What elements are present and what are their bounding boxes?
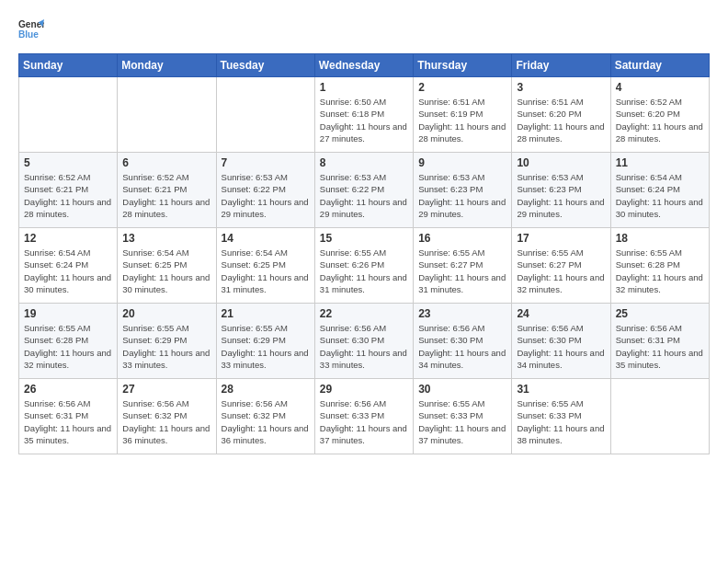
day-info: Sunrise: 6:54 AM Sunset: 6:25 PM Dayligh… <box>122 247 210 295</box>
day-info: Sunrise: 6:55 AM Sunset: 6:29 PM Dayligh… <box>222 322 310 371</box>
day-number: 4 <box>616 81 704 94</box>
day-number: 21 <box>222 307 310 320</box>
calendar-cell: 21Sunrise: 6:55 AM Sunset: 6:29 PM Dayli… <box>216 304 314 379</box>
day-info: Sunrise: 6:52 AM Sunset: 6:21 PM Dayligh… <box>24 171 112 220</box>
calendar-cell <box>118 77 216 153</box>
calendar-cell: 8Sunrise: 6:53 AM Sunset: 6:22 PM Daylig… <box>314 153 413 228</box>
day-info: Sunrise: 6:55 AM Sunset: 6:27 PM Dayligh… <box>517 247 605 295</box>
calendar-cell: 16Sunrise: 6:55 AM Sunset: 6:27 PM Dayli… <box>414 228 512 304</box>
day-info: Sunrise: 6:56 AM Sunset: 6:30 PM Dayligh… <box>517 322 605 371</box>
day-info: Sunrise: 6:56 AM Sunset: 6:32 PM Dayligh… <box>122 397 210 446</box>
day-number: 7 <box>222 156 310 169</box>
weekday-monday: Monday <box>118 54 216 77</box>
calendar-cell <box>216 77 314 153</box>
day-info: Sunrise: 6:52 AM Sunset: 6:20 PM Dayligh… <box>616 96 704 144</box>
day-info: Sunrise: 6:53 AM Sunset: 6:23 PM Dayligh… <box>418 171 506 220</box>
calendar-cell: 10Sunrise: 6:53 AM Sunset: 6:23 PM Dayli… <box>512 153 610 228</box>
weekday-thursday: Thursday <box>414 54 512 77</box>
calendar-cell: 18Sunrise: 6:55 AM Sunset: 6:28 PM Dayli… <box>610 228 709 304</box>
calendar-cell: 9Sunrise: 6:53 AM Sunset: 6:23 PM Daylig… <box>414 153 512 228</box>
weekday-tuesday: Tuesday <box>216 54 314 77</box>
calendar-cell: 27Sunrise: 6:56 AM Sunset: 6:32 PM Dayli… <box>118 379 216 454</box>
calendar-cell: 5Sunrise: 6:52 AM Sunset: 6:21 PM Daylig… <box>19 153 118 228</box>
day-number: 27 <box>122 383 210 396</box>
day-info: Sunrise: 6:55 AM Sunset: 6:33 PM Dayligh… <box>517 397 605 446</box>
day-info: Sunrise: 6:54 AM Sunset: 6:24 PM Dayligh… <box>24 247 112 295</box>
day-number: 31 <box>517 383 605 396</box>
day-info: Sunrise: 6:55 AM Sunset: 6:28 PM Dayligh… <box>616 247 704 295</box>
day-number: 15 <box>320 232 408 245</box>
logo-icon: General Blue <box>18 17 44 42</box>
weekday-sunday: Sunday <box>19 54 118 77</box>
day-info: Sunrise: 6:55 AM Sunset: 6:29 PM Dayligh… <box>122 322 210 371</box>
day-number: 25 <box>616 307 704 320</box>
day-number: 28 <box>222 383 310 396</box>
calendar-cell: 3Sunrise: 6:51 AM Sunset: 6:20 PM Daylig… <box>512 77 610 153</box>
day-info: Sunrise: 6:51 AM Sunset: 6:20 PM Dayligh… <box>517 96 605 144</box>
calendar-cell: 26Sunrise: 6:56 AM Sunset: 6:31 PM Dayli… <box>19 379 118 454</box>
calendar-cell: 28Sunrise: 6:56 AM Sunset: 6:32 PM Dayli… <box>216 379 314 454</box>
day-info: Sunrise: 6:52 AM Sunset: 6:21 PM Dayligh… <box>122 171 210 220</box>
day-number: 6 <box>122 156 210 169</box>
day-number: 26 <box>24 383 112 396</box>
calendar-cell: 25Sunrise: 6:56 AM Sunset: 6:31 PM Dayli… <box>610 304 709 379</box>
week-row-1: 5Sunrise: 6:52 AM Sunset: 6:21 PM Daylig… <box>19 153 710 228</box>
calendar-cell: 19Sunrise: 6:55 AM Sunset: 6:28 PM Dayli… <box>19 304 118 379</box>
calendar-cell: 29Sunrise: 6:56 AM Sunset: 6:33 PM Dayli… <box>314 379 413 454</box>
day-info: Sunrise: 6:54 AM Sunset: 6:24 PM Dayligh… <box>616 171 704 220</box>
header: General Blue <box>18 17 710 42</box>
day-info: Sunrise: 6:56 AM Sunset: 6:30 PM Dayligh… <box>320 322 408 371</box>
day-number: 18 <box>616 232 704 245</box>
svg-text:General: General <box>18 19 44 29</box>
day-number: 9 <box>418 156 506 169</box>
day-info: Sunrise: 6:55 AM Sunset: 6:27 PM Dayligh… <box>418 247 506 295</box>
week-row-4: 26Sunrise: 6:56 AM Sunset: 6:31 PM Dayli… <box>19 379 710 454</box>
calendar-cell: 17Sunrise: 6:55 AM Sunset: 6:27 PM Dayli… <box>512 228 610 304</box>
day-info: Sunrise: 6:53 AM Sunset: 6:22 PM Dayligh… <box>222 171 310 220</box>
week-row-0: 1Sunrise: 6:50 AM Sunset: 6:18 PM Daylig… <box>19 77 710 153</box>
day-number: 5 <box>24 156 112 169</box>
calendar-cell: 7Sunrise: 6:53 AM Sunset: 6:22 PM Daylig… <box>216 153 314 228</box>
calendar-cell: 31Sunrise: 6:55 AM Sunset: 6:33 PM Dayli… <box>512 379 610 454</box>
week-row-3: 19Sunrise: 6:55 AM Sunset: 6:28 PM Dayli… <box>19 304 710 379</box>
day-info: Sunrise: 6:51 AM Sunset: 6:19 PM Dayligh… <box>418 96 506 144</box>
day-number: 14 <box>222 232 310 245</box>
calendar-cell: 2Sunrise: 6:51 AM Sunset: 6:19 PM Daylig… <box>414 77 512 153</box>
calendar-cell: 30Sunrise: 6:55 AM Sunset: 6:33 PM Dayli… <box>414 379 512 454</box>
day-number: 13 <box>122 232 210 245</box>
day-number: 2 <box>418 81 506 94</box>
day-number: 22 <box>320 307 408 320</box>
day-number: 17 <box>517 232 605 245</box>
day-number: 20 <box>122 307 210 320</box>
calendar-cell <box>610 379 709 454</box>
weekday-saturday: Saturday <box>610 54 709 77</box>
day-info: Sunrise: 6:55 AM Sunset: 6:28 PM Dayligh… <box>24 322 112 371</box>
calendar-cell: 24Sunrise: 6:56 AM Sunset: 6:30 PM Dayli… <box>512 304 610 379</box>
svg-text:Blue: Blue <box>18 29 39 40</box>
day-info: Sunrise: 6:56 AM Sunset: 6:31 PM Dayligh… <box>24 397 112 446</box>
day-number: 16 <box>418 232 506 245</box>
logo: General Blue <box>18 17 44 42</box>
day-info: Sunrise: 6:56 AM Sunset: 6:31 PM Dayligh… <box>616 322 704 371</box>
weekday-header-row: SundayMondayTuesdayWednesdayThursdayFrid… <box>19 54 710 77</box>
day-info: Sunrise: 6:54 AM Sunset: 6:25 PM Dayligh… <box>222 247 310 295</box>
calendar-cell: 6Sunrise: 6:52 AM Sunset: 6:21 PM Daylig… <box>118 153 216 228</box>
calendar-cell: 13Sunrise: 6:54 AM Sunset: 6:25 PM Dayli… <box>118 228 216 304</box>
weekday-wednesday: Wednesday <box>314 54 413 77</box>
day-info: Sunrise: 6:56 AM Sunset: 6:33 PM Dayligh… <box>320 397 408 446</box>
day-number: 23 <box>418 307 506 320</box>
day-number: 3 <box>517 81 605 94</box>
day-number: 29 <box>320 383 408 396</box>
calendar-cell: 14Sunrise: 6:54 AM Sunset: 6:25 PM Dayli… <box>216 228 314 304</box>
calendar-cell: 23Sunrise: 6:56 AM Sunset: 6:30 PM Dayli… <box>414 304 512 379</box>
day-info: Sunrise: 6:56 AM Sunset: 6:30 PM Dayligh… <box>418 322 506 371</box>
calendar-cell: 1Sunrise: 6:50 AM Sunset: 6:18 PM Daylig… <box>314 77 413 153</box>
calendar-table: SundayMondayTuesdayWednesdayThursdayFrid… <box>18 53 710 454</box>
calendar-cell: 12Sunrise: 6:54 AM Sunset: 6:24 PM Dayli… <box>19 228 118 304</box>
calendar-cell: 11Sunrise: 6:54 AM Sunset: 6:24 PM Dayli… <box>610 153 709 228</box>
weekday-friday: Friday <box>512 54 610 77</box>
day-number: 8 <box>320 156 408 169</box>
calendar-cell: 20Sunrise: 6:55 AM Sunset: 6:29 PM Dayli… <box>118 304 216 379</box>
day-number: 1 <box>320 81 408 94</box>
day-number: 30 <box>418 383 506 396</box>
